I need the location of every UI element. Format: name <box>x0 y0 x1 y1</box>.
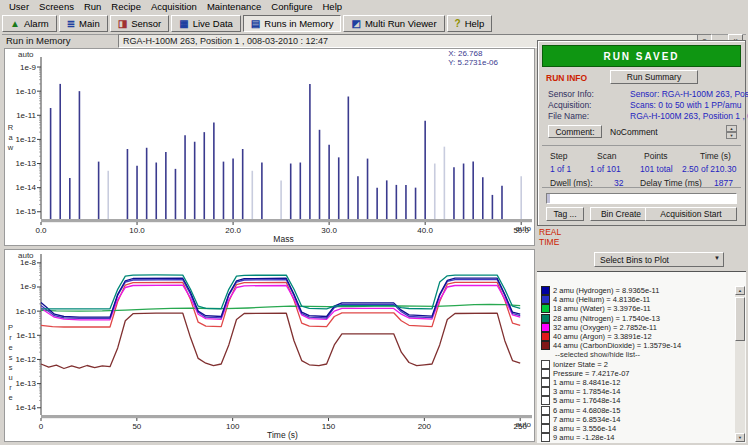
checkbox-icon[interactable] <box>541 415 550 424</box>
toolbar-label-sensor: Sensor <box>131 18 161 29</box>
legend-checkbox-item[interactable]: Pressure = 7.4217e-07 <box>541 369 733 378</box>
checkbox-icon[interactable] <box>541 387 550 396</box>
checkbox-icon[interactable] <box>541 360 550 369</box>
svg-text:0: 0 <box>39 422 44 431</box>
toolbar: ▲Alarm≣Main◨Sensor▦Live Data▤Runs in Mem… <box>2 13 746 35</box>
svg-text:1e-11: 1e-11 <box>16 111 36 120</box>
checkbox-icon[interactable] <box>541 406 550 415</box>
legend-item-label: 44 amu (CarbonDioxide) = 1.3579e-14 <box>553 341 681 350</box>
menu-user[interactable]: User <box>4 1 34 12</box>
file-name-label: File Name: <box>548 111 589 121</box>
legend-item[interactable]: 2 amu (Hydrogen) = 8.9365e-11 <box>541 286 733 295</box>
scroll-down-icon[interactable]: ▼ <box>735 433 745 442</box>
run-info-panel: RUN SAVED RUN INFO Run Summary Sensor In… <box>537 40 746 226</box>
x-axis-auto-label: auto <box>515 224 531 233</box>
legend-checkbox-item[interactable]: 6 amu = 4.6808e-15 <box>541 405 733 414</box>
trend-chart[interactable]: 1e-81e-91e-101e-111e-121e-131e-140501001… <box>4 249 535 442</box>
checkbox-icon[interactable] <box>541 424 550 433</box>
toolbar-button-main[interactable]: ≣Main <box>59 15 108 32</box>
menu-help[interactable]: Help <box>318 1 348 12</box>
toolbar-label-alarm: Alarm <box>24 18 49 29</box>
checkbox-icon[interactable] <box>541 433 550 442</box>
legend-item-label: 6 amu = 4.6808e-15 <box>553 406 620 415</box>
scroll-up-icon[interactable]: ▲ <box>735 286 745 295</box>
toolbar-button-live-data[interactable]: ▦Live Data <box>171 15 241 32</box>
menu-screens[interactable]: Screens <box>34 1 79 12</box>
svg-text:50: 50 <box>132 422 141 431</box>
sensor-info-label: Sensor Info: <box>548 89 594 99</box>
cursor-x-value: X: 26.768 <box>448 49 498 58</box>
svg-text:1e-10: 1e-10 <box>16 87 37 96</box>
stats-header-points: Points <box>644 151 668 161</box>
menu-configure[interactable]: Configure <box>266 1 317 12</box>
svg-text:1e-12: 1e-12 <box>16 135 37 144</box>
legend-swatch-icon <box>541 304 550 313</box>
svg-text:1e-9: 1e-9 <box>20 63 37 72</box>
chevron-down-icon[interactable]: ▼ <box>714 255 720 261</box>
toolbar-button-alarm[interactable]: ▲Alarm <box>2 15 57 32</box>
comment-spinner[interactable]: ▲ ▼ <box>726 125 737 139</box>
legend-checkbox-item[interactable]: Ionizer State = 2 <box>541 360 733 369</box>
comment-button[interactable]: Comment: <box>548 125 602 138</box>
toolbar-button-sensor[interactable]: ◨Sensor <box>110 15 170 32</box>
x-axis-auto-label: auto <box>515 420 531 429</box>
spinner-down-icon[interactable]: ▼ <box>726 132 737 139</box>
legend-item[interactable]: 40 amu (Argon) = 3.3891e-12 <box>541 332 733 341</box>
toolbar-button-help[interactable]: ?Help <box>447 15 493 32</box>
select-bins-dropdown[interactable]: Select Bins to Plot ▼ <box>594 252 724 267</box>
checkbox-icon[interactable] <box>541 378 550 387</box>
legend-item-label: 5 amu = 1.7648e-14 <box>553 396 620 405</box>
checkbox-icon[interactable] <box>541 369 550 378</box>
legend-item-label: 28 amu (Nitrogen) = 1.7540e-13 <box>553 314 660 323</box>
spinner-up-icon[interactable]: ▲ <box>726 125 737 132</box>
legend-checkbox-item[interactable]: 5 amu = 1.7648e-14 <box>541 396 733 405</box>
acquisition-start-button[interactable]: Acquisition Start <box>645 207 737 221</box>
svg-text:200: 200 <box>418 422 432 431</box>
svg-text:0.0: 0.0 <box>35 226 47 235</box>
menu-run[interactable]: Run <box>79 1 106 12</box>
mass-spectrum-chart[interactable]: 1e-91e-101e-111e-121e-131e-141e-150.010.… <box>4 48 535 246</box>
legend-item-label: 4 amu (Helium) = 4.8136e-11 <box>553 295 650 304</box>
svg-text:Mass: Mass <box>273 234 293 244</box>
menu-acquisition[interactable]: Acquisition <box>146 1 202 12</box>
legend-scrollbar[interactable]: ▲ ▼ <box>735 286 745 442</box>
svg-text:Time (s): Time (s) <box>267 430 298 440</box>
sensor-info-value: Sensor: RGA-H-100M 263, Position 1 <box>630 89 748 99</box>
sensor-info-row: Sensor Info: Sensor: RGA-H-100M 263, Pos… <box>538 89 745 100</box>
stats-value-points: 101 total <box>640 164 673 174</box>
checkbox-icon[interactable] <box>541 396 550 405</box>
run-summary-button[interactable]: Run Summary <box>610 70 698 84</box>
legend-item-label: Ionizer State = 2 <box>553 360 608 369</box>
runs-in-memory-icon: ▤ <box>251 19 260 29</box>
stats-value-step: 1 of 1 <box>550 164 571 174</box>
legend-list: 2 amu (Hydrogen) = 8.9365e-114 amu (Heli… <box>541 286 733 443</box>
tag-button[interactable]: Tag ... <box>546 207 584 221</box>
legend-checkbox-item[interactable]: 3 amu = 1.7854e-14 <box>541 387 733 396</box>
legend-item[interactable]: 44 amu (CarbonDioxide) = 1.3579e-14 <box>541 341 733 350</box>
svg-text:1e-13: 1e-13 <box>16 159 37 168</box>
legend-checkbox-item[interactable]: 9 amu = -1.28e-14 <box>541 433 733 442</box>
legend-item[interactable]: 28 amu (Nitrogen) = 1.7540e-13 <box>541 314 733 323</box>
menu-maintenance[interactable]: Maintenance <box>202 1 266 12</box>
trend-plot: 1e-81e-91e-101e-111e-121e-131e-140501001… <box>5 250 534 441</box>
legend-checkbox-item[interactable]: 8 amu = 3.556e-14 <box>541 424 733 433</box>
legend-panel: 2 amu (Hydrogen) = 8.9365e-114 amu (Heli… <box>537 271 746 443</box>
scrollbar-thumb[interactable] <box>735 297 745 341</box>
legend-item[interactable]: 4 amu (Helium) = 4.8136e-11 <box>541 295 733 304</box>
bin-create-button[interactable]: Bin Create <box>590 207 652 221</box>
toolbar-button-multi-run-viewer[interactable]: ◩Multi Run Viewer <box>343 15 444 32</box>
svg-text:1e-12: 1e-12 <box>16 355 37 364</box>
legend-swatch-icon <box>541 341 550 350</box>
legend-checkbox-item[interactable]: 7 amu = 6.8534e-14 <box>541 415 733 424</box>
live-data-icon: ▦ <box>179 19 188 29</box>
stats-header-time: Time (s) <box>700 151 731 161</box>
legend-item[interactable]: 32 amu (Oxygen) = 2.7852e-11 <box>541 323 733 332</box>
real-time-label: REAL TIME <box>539 227 561 247</box>
menu-bar: UserScreensRunRecipeAcquisitionMaintenan… <box>0 0 748 13</box>
toolbar-button-runs-in-memory[interactable]: ▤Runs in Memory <box>243 15 342 32</box>
svg-text:1e-11: 1e-11 <box>16 331 36 340</box>
legend-item[interactable]: 18 amu (Water) = 3.3976e-11 <box>541 304 733 313</box>
menu-recipe[interactable]: Recipe <box>106 1 146 12</box>
run-info-title: RUN INFO <box>546 73 587 83</box>
legend-checkbox-item[interactable]: 1 amu = 8.4841e-12 <box>541 378 733 387</box>
